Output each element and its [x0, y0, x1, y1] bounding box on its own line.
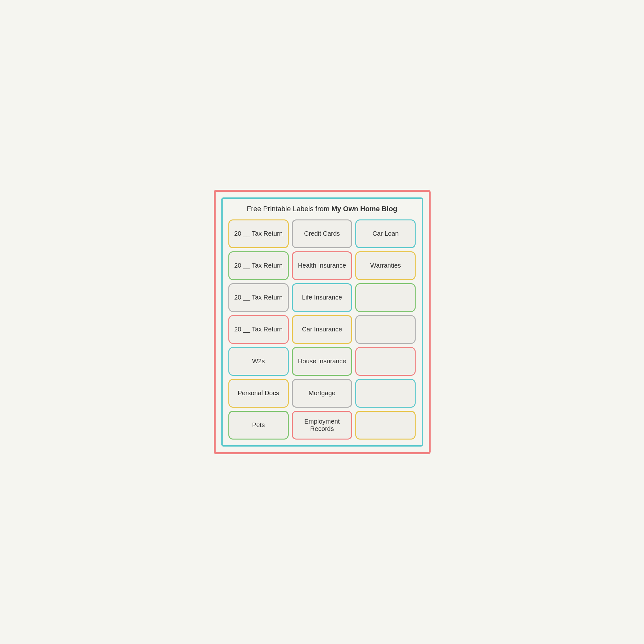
- label-card-pets: Pets: [228, 411, 289, 440]
- label-card-tax-return-1: 20 __ Tax Return: [228, 219, 289, 248]
- page-inner: Free Printable Labels from My Own Home B…: [221, 197, 423, 447]
- label-card-house-insurance: House Insurance: [292, 347, 352, 376]
- label-card-empty-1: [355, 283, 416, 312]
- label-card-warranties: Warranties: [355, 251, 416, 280]
- label-card-tax-return-2: 20 __ Tax Return: [228, 251, 289, 280]
- label-card-tax-return-3: 20 __ Tax Return: [228, 283, 289, 312]
- label-card-employment-records: Employment Records: [292, 411, 352, 440]
- label-card-w2s: W2s: [228, 347, 289, 376]
- label-card-empty-3: [355, 347, 416, 376]
- label-card-life-insurance: Life Insurance: [292, 283, 352, 312]
- title-prefix: Free Printable Labels from: [247, 205, 331, 213]
- label-card-car-insurance: Car Insurance: [292, 315, 352, 344]
- label-card-tax-return-4: 20 __ Tax Return: [228, 315, 289, 344]
- label-grid: 20 __ Tax ReturnCredit CardsCar Loan20 _…: [228, 219, 416, 440]
- label-card-health-insurance: Health Insurance: [292, 251, 352, 280]
- page-title: Free Printable Labels from My Own Home B…: [228, 204, 416, 214]
- label-card-empty-5: [355, 411, 416, 440]
- label-card-car-loan: Car Loan: [355, 219, 416, 248]
- label-card-empty-4: [355, 379, 416, 408]
- page-wrapper: Free Printable Labels from My Own Home B…: [214, 190, 431, 454]
- label-card-credit-cards: Credit Cards: [292, 219, 352, 248]
- title-brand: My Own Home Blog: [331, 205, 397, 213]
- label-card-empty-2: [355, 315, 416, 344]
- label-card-mortgage: Mortgage: [292, 379, 352, 408]
- label-card-personal-docs: Personal Docs: [228, 379, 289, 408]
